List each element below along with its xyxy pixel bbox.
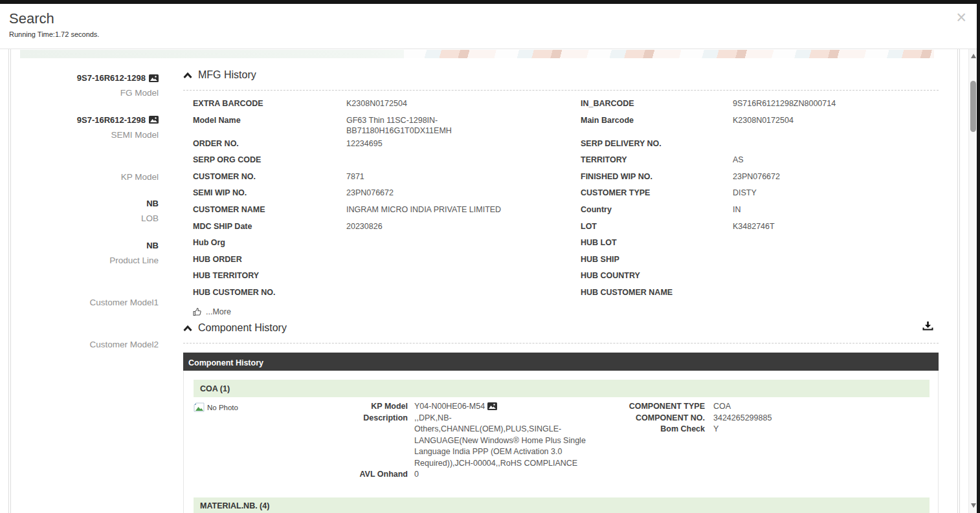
mfg-history-toggle[interactable]: MFG History [183, 67, 939, 83]
panel-border [957, 49, 958, 513]
running-time: Running Time:1.72 seconds. [9, 30, 99, 38]
no-photo-label: No Photo [207, 404, 238, 411]
triangle-up-icon [971, 54, 976, 58]
field-label: HUB SHIP [581, 252, 733, 265]
field-value [733, 252, 939, 254]
field-value: AS [733, 152, 939, 165]
broken-image-icon [194, 402, 205, 413]
no-photo-image: No Photo [194, 402, 238, 413]
field-value: IN [733, 202, 939, 215]
more-link[interactable]: ...More [193, 305, 231, 318]
sidebar-label: KP Model [20, 169, 159, 184]
page-title: Search [9, 10, 54, 27]
mfg-row: HUB TERRITORY HUB COUNTRY [183, 268, 939, 285]
field-label: TERRITORY [581, 152, 733, 165]
semi-model-value[interactable]: 9S7-16R612-1298 [20, 113, 159, 127]
field-row: KP Model Y04-N00HE06-M54 [357, 401, 588, 413]
field-value [346, 285, 581, 287]
field-label: KP Model [357, 401, 408, 413]
vertical-scrollbar[interactable] [968, 49, 977, 513]
component-type-value: COA [713, 401, 930, 413]
sidebar-group-lob: NB LOB [20, 196, 159, 238]
mfg-row: CUSTOMER NAME INGRAM MICRO INDIA PRIVATE… [183, 202, 939, 219]
group-row-material-nb[interactable]: MATERIAL.NB. (4) [194, 497, 930, 513]
scrolled-photo-strip [20, 50, 934, 58]
close-button[interactable]: × [956, 9, 966, 27]
scroll-down-button[interactable] [969, 501, 977, 510]
field-label: Main Barcode [581, 113, 733, 126]
mfg-row: SEMI WIP NO. 23PN076672 CUSTOMER TYPE DI… [183, 185, 939, 202]
description-value: ,,DPK,NB-Others,CHANNEL(OEM),PLUS,SINGLE… [414, 413, 588, 470]
sidebar-group-customer-model2: Customer Model2 [20, 322, 159, 364]
image-icon [149, 74, 159, 82]
field-label: Bom Check [588, 424, 705, 435]
sidebar-group-kp-model: KP Model [20, 155, 159, 197]
field-label: HUB ORDER [193, 252, 346, 265]
field-value: 7871 [346, 169, 581, 182]
sidebar-label: LOB [20, 211, 159, 226]
download-icon [922, 321, 933, 331]
avl-onhand-value: 0 [414, 469, 588, 481]
semi-model-text: 9S7-16R612-1298 [77, 115, 146, 125]
sidebar-label: Customer Model2 [20, 337, 159, 352]
download-button[interactable] [922, 321, 933, 334]
table-header-label: Component History [188, 358, 263, 367]
lob-value: NB [20, 196, 159, 211]
more-label: ...More [206, 307, 231, 316]
fg-model-value[interactable]: 9S7-16R612-1298 [20, 71, 159, 85]
field-label: COMPONENT TYPE [588, 401, 705, 413]
field-label: EXTRA BARCODE [193, 96, 346, 109]
field-value: 23PN076672 [346, 185, 581, 198]
field-label: Country [581, 202, 733, 215]
mfg-row: MDC SHIP Date 20230826 LOT K3482746T [183, 219, 939, 235]
fg-model-text: 9S7-16R612-1298 [77, 73, 146, 83]
item-mid-fields: KP Model Y04-N00HE06-M54 Description ,,D… [357, 401, 588, 481]
panel-border [10, 49, 11, 513]
item-right-fields: COMPONENT TYPE COA COMPONENT NO. 3424265… [588, 401, 930, 481]
field-value: 23PN076672 [733, 169, 939, 182]
divider [183, 343, 939, 344]
mfg-row: Hub Org HUB LOT [183, 235, 939, 252]
mfg-row: SERP ORG CODE TERRITORY AS [183, 152, 939, 169]
customer-model2-value [20, 322, 159, 337]
field-value [733, 268, 939, 270]
image-icon [149, 116, 159, 124]
field-label: HUB TERRITORY [193, 268, 346, 281]
component-history-section: Component History Component History COA … [183, 320, 939, 513]
component-history-table: Component History COA (1) No Photo [183, 353, 939, 513]
mfg-row: HUB CUSTOMER NO. HUB CUSTOMER NAME [183, 285, 939, 301]
component-item-coa: No Photo KP Model Y04-N00HE06-M54 [194, 401, 930, 481]
chevron-up-icon [183, 325, 192, 331]
kp-model-value[interactable]: Y04-N00HE06-M54 [414, 401, 588, 413]
group-label: COA (1) [200, 384, 230, 393]
field-label: HUB LOT [581, 235, 733, 248]
group-row-coa[interactable]: COA (1) [194, 380, 930, 397]
product-line-value: NB [20, 238, 159, 253]
field-label: AVL Onhand [357, 469, 408, 481]
sidebar-group-product-line: NB Product Line [20, 238, 159, 280]
field-value: 9S716R6121298ZN8000714 [733, 96, 939, 109]
field-label: HUB CUSTOMER NAME [581, 285, 733, 298]
sidebar-group-semi-model: 9S7-16R612-1298 SEMI Model [20, 113, 159, 155]
field-value [346, 235, 581, 237]
field-value [346, 268, 581, 270]
field-label: FINISHED WIP NO. [581, 169, 733, 182]
field-label: LOT [581, 219, 733, 232]
sidebar-label: Customer Model1 [20, 295, 159, 310]
field-label: SERP ORG CODE [193, 152, 346, 165]
group-label: MATERIAL.NB. (4) [200, 501, 269, 510]
table-header: Component History [183, 353, 939, 371]
table-body: COA (1) No Photo KP Model [183, 371, 939, 513]
field-row: AVL Onhand 0 [357, 469, 588, 481]
scrollbar-thumb[interactable] [970, 81, 976, 132]
scroll-up-button[interactable] [969, 52, 977, 61]
sidebar-label: FG Model [20, 85, 159, 100]
field-label: CUSTOMER NAME [193, 202, 346, 215]
sidebar-label: SEMI Model [20, 127, 159, 142]
field-value [733, 285, 939, 287]
mfg-field-grid: EXTRA BARCODE K2308N0172504 IN_BARCODE 9… [183, 96, 939, 301]
component-history-toggle[interactable]: Component History [183, 320, 939, 336]
field-label: IN_BARCODE [581, 96, 733, 109]
panel-border [959, 49, 960, 513]
mfg-row: CUSTOMER NO. 7871 FINISHED WIP NO. 23PN0… [183, 169, 939, 186]
